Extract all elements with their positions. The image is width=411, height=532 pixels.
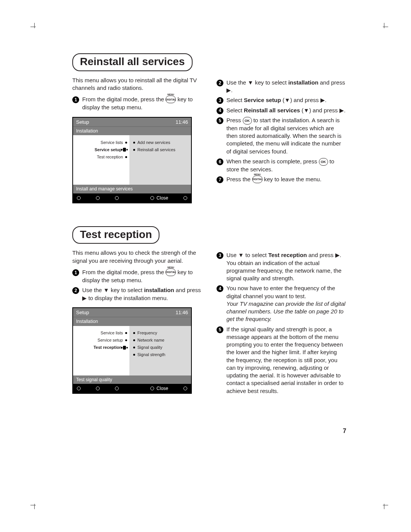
tv-menu-reinstall: Setup 11:46 Installation Service lists S… [72, 117, 192, 203]
page-content: Reinstall all services This menu allows … [72, 53, 346, 397]
ok-key-icon: OK [319, 158, 328, 166]
crop-mark [30, 23, 37, 30]
step-number: 2 [217, 80, 223, 86]
step-text: Select Service setup (▼) and press ▶. [226, 96, 346, 104]
step-1: 1 From the digital mode, press the MENUD… [72, 268, 204, 284]
digital-key-icon: MENUDIGITAL [166, 96, 176, 103]
step-text: You now have to enter the frequency of t… [226, 284, 346, 323]
color-dot-icon [115, 196, 119, 200]
color-dot-icon [77, 387, 81, 390]
color-dot-icon [96, 387, 100, 390]
step-5: 5 Press OK to start the installation. A … [217, 117, 346, 155]
step-4: 4 You now have to enter the frequency of… [217, 284, 346, 323]
step-number: 6 [217, 158, 223, 165]
step-number: 7 [217, 176, 223, 183]
color-dot-icon [96, 196, 100, 200]
step-number: 1 [72, 269, 79, 276]
menu-breadcrumb: Installation [73, 126, 191, 135]
step-6: 6 When the search is complete, press OK … [217, 158, 346, 173]
color-dot-icon [150, 387, 154, 390]
menu-right-column: Frequency Network name Signal quality Si… [129, 326, 191, 375]
step-number: 4 [217, 107, 223, 114]
step-text: From the digital mode, press the MENUDIG… [82, 268, 204, 284]
step-number: 5 [217, 326, 223, 333]
step-2: 2 Use the ▼ key to select installation a… [217, 79, 346, 94]
cursor-icon [123, 346, 126, 350]
intro-text: This menu allows you to check the streng… [72, 249, 204, 265]
step-3: 3 Select Service setup (▼) and press ▶. [217, 96, 346, 104]
step-3: 3 Use ▼ to select Test reception and pre… [217, 251, 346, 282]
step-number: 3 [217, 252, 223, 259]
step-number: 2 [72, 287, 79, 294]
step-text: Use the ▼ key to select installation and… [82, 286, 204, 302]
menu-left-column: Service lists Service setup Test recepti… [73, 326, 129, 375]
step-text: Select Reinstall all services (▼) and pr… [226, 107, 346, 114]
color-dot-icon [150, 196, 154, 200]
menu-breadcrumb: Installation [73, 317, 191, 326]
color-dot-icon [183, 196, 187, 200]
crop-mark [381, 23, 388, 30]
menu-right-column: Add new services Reinstall all services [129, 135, 191, 185]
step-text: If the signal quality and strength is po… [226, 326, 346, 395]
menu-title: Setup [76, 309, 89, 316]
step-number: 3 [217, 97, 223, 104]
menu-title: Setup [76, 119, 89, 126]
digital-key-icon: MENUDIGITAL [166, 268, 176, 276]
crop-mark [30, 502, 37, 509]
color-dot-icon [115, 387, 119, 390]
ok-key-icon: OK [243, 117, 252, 125]
crop-mark [381, 502, 388, 509]
step-text: Press the MENUDIGITAL key to leave the m… [226, 176, 346, 184]
step-5: 5 If the signal quality and strength is … [217, 326, 346, 395]
step-2: 2 Use the ▼ key to select installation a… [72, 286, 204, 302]
intro-text: This menu allows you to reinstall all th… [72, 77, 204, 92]
step-text: Use the ▼ key to select installation and… [226, 79, 346, 94]
section-heading-reinstall: Reinstall all services [72, 53, 193, 71]
step-number: 5 [217, 117, 223, 124]
step-text: Press OK to start the installation. A se… [226, 117, 346, 155]
step-4: 4 Select Reinstall all services (▼) and … [217, 107, 346, 114]
menu-time: 11:46 [175, 119, 188, 126]
menu-status: Install and manage services [73, 185, 191, 193]
step-text: When the search is complete, press OK to… [226, 158, 346, 173]
menu-footer: Close [73, 193, 191, 203]
step-number: 4 [217, 285, 223, 292]
section-heading-test-reception: Test reception [72, 226, 159, 244]
digital-key-icon: MENUDIGITAL [252, 176, 263, 183]
step-7: 7 Press the MENUDIGITAL key to leave the… [217, 176, 346, 184]
menu-status: Test signal quality [73, 375, 191, 384]
step-1: 1 From the digital mode, press the MENUD… [72, 96, 204, 111]
cursor-icon [123, 148, 126, 152]
color-dot-icon [183, 387, 187, 390]
menu-left-column: Service lists Service setup Test recepti… [73, 135, 129, 185]
step-number: 1 [72, 96, 79, 103]
step-text: From the digital mode, press the MENUDIG… [82, 96, 204, 111]
tv-menu-test-reception: Setup 11:46 Installation Service lists S… [72, 307, 192, 394]
menu-footer: Close [73, 384, 191, 393]
page-number: 7 [343, 427, 346, 435]
menu-time: 11:46 [175, 309, 188, 316]
color-dot-icon [77, 196, 81, 200]
step-text: Use ▼ to select Test reception and press… [226, 251, 346, 282]
